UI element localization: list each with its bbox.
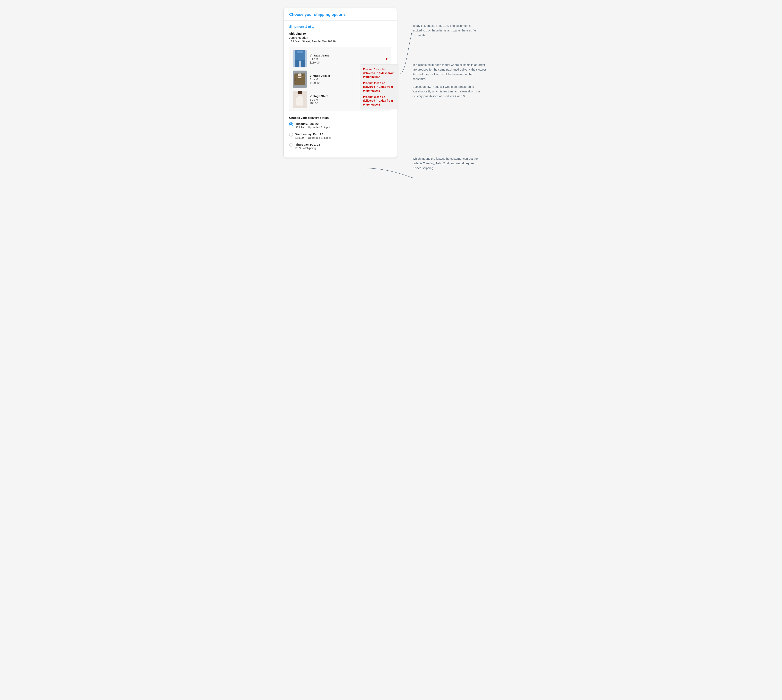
annotation-middle-right: In a simple multi-node model where all i…	[413, 63, 487, 102]
card-header: Choose your shipping options	[284, 8, 397, 20]
delivery-label: Choose your delivery option	[289, 116, 391, 119]
callout-product-3: Product 3 can be delivered in 1 day from…	[363, 95, 396, 107]
delivery-option-1-text: Tuesday, Feb. 22 $24.99 — Upgraded Shipp…	[296, 122, 331, 129]
annotation-top-right: Today is Monday, Feb. 21st. The customer…	[413, 23, 479, 38]
delivery-section: Choose your delivery option Tuesday, Feb…	[289, 116, 391, 150]
annotation-bottom-right: Which means the fastest the customer can…	[413, 156, 479, 170]
delivery-date-3: Thursday, Feb. 24	[296, 143, 320, 146]
shipment-label: Shipment 1 of 1	[289, 25, 391, 29]
annotation-middle-para2: Subsequently, Product 1 would be transfe…	[413, 84, 487, 98]
card-title: Choose your shipping options	[289, 12, 391, 17]
svg-rect-10	[295, 78, 296, 81]
callout-product-2: Product 2 can be delivered in 1 day from…	[363, 81, 396, 93]
jeans-illustration	[293, 50, 307, 67]
product-dot-jeans	[386, 58, 388, 60]
delivery-option-2[interactable]: Wednesday, Feb. 23 $15.99 — Upgraded Shi…	[289, 132, 391, 139]
radio-inner-1	[290, 123, 292, 125]
annotation-middle-para1: In a simple multi-node model where all i…	[413, 63, 487, 81]
product-info-jeans: Vintage Jeans Size M $119.00	[310, 54, 384, 64]
shipping-address: 123 Main Street, Seattle, WA 98139	[289, 40, 391, 43]
radio-button-1[interactable]	[289, 122, 293, 126]
shipping-to-label: Shipping To	[289, 32, 391, 35]
product-callout-box: Product 1 can be delivered in 3 days fro…	[360, 65, 399, 110]
shipping-name: Jamie Hebden	[289, 36, 391, 39]
delivery-option-3-text: Thursday, Feb. 24 $8.99 – Shipping	[296, 143, 320, 150]
svg-rect-11	[296, 77, 304, 77]
callout-product-1: Product 1 can be delivered in 3 days fro…	[363, 67, 396, 79]
page-container: Choose your shipping options Shipment 1 …	[284, 8, 498, 158]
delivery-option-2-text: Wednesday, Feb. 23 $15.99 — Upgraded Shi…	[296, 132, 331, 139]
delivery-option-3[interactable]: Thursday, Feb. 24 $8.99 – Shipping	[289, 143, 391, 150]
product-size-jeans: Size M	[310, 57, 384, 61]
product-image-jacket	[293, 70, 307, 88]
radio-button-3[interactable]	[289, 143, 293, 147]
svg-rect-4	[301, 60, 305, 67]
svg-rect-3	[295, 60, 299, 67]
radio-button-2[interactable]	[289, 133, 293, 137]
product-image-shirt	[293, 91, 307, 108]
delivery-option-1[interactable]: Tuesday, Feb. 22 $24.99 — Upgraded Shipp…	[289, 122, 391, 129]
delivery-price-1: $24.99 — Upgraded Shipping	[296, 126, 331, 129]
shirt-illustration	[293, 91, 307, 108]
delivery-date-1: Tuesday, Feb. 22	[296, 122, 331, 125]
product-price-jeans: $119.00	[310, 61, 384, 64]
delivery-price-3: $8.99 – Shipping	[296, 147, 320, 150]
svg-rect-9	[298, 73, 301, 78]
jacket-illustration	[293, 70, 307, 88]
product-name-jeans: Vintage Jeans	[310, 54, 384, 57]
product-image-jeans	[293, 50, 307, 67]
svg-rect-5	[297, 51, 302, 53]
delivery-price-2: $15.99 — Upgraded Shipping	[296, 136, 331, 139]
delivery-date-2: Wednesday, Feb. 23	[296, 132, 331, 136]
